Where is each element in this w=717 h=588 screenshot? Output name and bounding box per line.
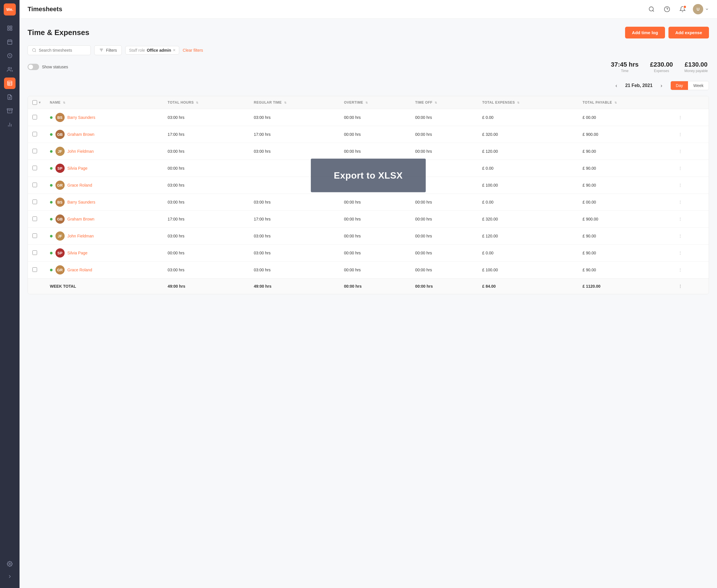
person-avatar: BS [56, 197, 65, 207]
row-total-hours: 03:00 hrs [163, 177, 249, 194]
prev-date-button[interactable]: ‹ [612, 81, 620, 90]
search-input[interactable] [39, 48, 86, 52]
row-more-cell: ⋮ [672, 160, 709, 177]
row-checkbox[interactable] [33, 267, 37, 272]
row-checkbox[interactable] [33, 183, 37, 187]
row-checkbox-cell[interactable] [28, 245, 45, 261]
add-expense-button[interactable]: Add expense [669, 27, 709, 39]
sidebar-logo[interactable]: We. [4, 3, 16, 16]
row-more-cell: ⋮ [672, 228, 709, 245]
row-checkbox-cell[interactable] [28, 126, 45, 143]
sidebar-item-reports[interactable] [4, 91, 16, 103]
row-checkbox[interactable] [33, 115, 37, 120]
row-checkbox-cell[interactable] [28, 261, 45, 278]
row-checkbox-cell[interactable] [28, 177, 45, 194]
person-name[interactable]: Barry Saunders [67, 200, 95, 205]
person-name[interactable]: Graham Brown [67, 132, 95, 136]
row-more-button[interactable]: ⋮ [676, 215, 684, 223]
row-total-hours: 03:00 hrs [163, 228, 249, 245]
sidebar-item-settings[interactable] [4, 558, 16, 570]
row-more-button[interactable]: ⋮ [676, 130, 684, 139]
row-checkbox[interactable] [33, 233, 37, 238]
person-avatar: GB [56, 130, 65, 139]
day-week-toggle: Day Week [671, 81, 709, 90]
table-row: GB Graham Brown 17:00 hrs 17:00 hrs 00:0… [28, 126, 709, 143]
row-more-button[interactable]: ⋮ [676, 164, 684, 172]
help-button[interactable] [662, 4, 672, 14]
sidebar-item-analytics[interactable] [4, 119, 16, 130]
person-name[interactable]: Graham Brown [67, 217, 95, 222]
clear-filters-button[interactable]: Clear filters [183, 48, 203, 52]
table-row: GR Grace Roland 03:00 hrs £ 100.00 £ 90.… [28, 177, 709, 194]
person-avatar: BS [56, 113, 65, 122]
row-checkbox[interactable] [33, 149, 37, 153]
row-more-button[interactable]: ⋮ [676, 147, 684, 155]
row-checkbox[interactable] [33, 132, 37, 136]
week-total-more-button[interactable]: ⋮ [676, 282, 684, 290]
filters-label: Filters [106, 48, 117, 52]
week-total-expenses: £ 84.00 [478, 278, 578, 294]
row-checkbox-cell[interactable] [28, 143, 45, 160]
row-checkbox-cell[interactable] [28, 228, 45, 245]
stats-row: 37:45 hrs Time £230.00 Expenses £130.00 … [611, 61, 709, 73]
page-header-actions: Add time log Add expense [625, 27, 709, 39]
row-more-button[interactable]: ⋮ [676, 181, 684, 189]
add-time-log-button[interactable]: Add time log [625, 27, 665, 39]
filters-button[interactable]: Filters [94, 45, 122, 55]
row-more-cell: ⋮ [672, 245, 709, 261]
week-toggle-button[interactable]: Week [688, 81, 709, 90]
row-checkbox-cell[interactable] [28, 109, 45, 126]
user-avatar-wrap[interactable]: U [693, 4, 709, 14]
col-name: NAME ⇅ [45, 96, 163, 109]
person-name[interactable]: John Fieldman [67, 234, 94, 238]
select-all-header: ▾ [28, 96, 45, 109]
person-name[interactable]: Grace Roland [67, 183, 92, 188]
sidebar-item-dashboard[interactable] [4, 22, 16, 34]
sidebar-item-people[interactable] [4, 64, 16, 75]
col-regular-time: REGULAR TIME ⇅ [249, 96, 340, 109]
person-name[interactable]: John Fieldman [67, 149, 94, 153]
sidebar-item-clock[interactable] [4, 50, 16, 61]
row-more-button[interactable]: ⋮ [676, 249, 684, 257]
row-checkbox[interactable] [33, 216, 37, 221]
row-time-off: 00:00 hrs [410, 143, 477, 160]
chevron-down-icon [705, 7, 709, 11]
person-name[interactable]: Silvia Page [67, 251, 88, 255]
stat-money-payable: £130.00 Money payable [684, 61, 708, 73]
row-checkbox[interactable] [33, 200, 37, 204]
svg-rect-3 [11, 29, 12, 30]
person-name[interactable]: Barry Saunders [67, 115, 95, 120]
person-name[interactable]: Silvia Page [67, 166, 88, 171]
date-nav: ‹ 21 Feb, 2021 › Day Week [27, 81, 709, 90]
row-more-button[interactable]: ⋮ [676, 113, 684, 122]
row-checkbox[interactable] [33, 166, 37, 170]
person-name[interactable]: Grace Roland [67, 268, 92, 272]
row-overtime: 00:00 hrs [339, 143, 410, 160]
select-all-checkbox[interactable] [33, 100, 37, 105]
row-more-button[interactable]: ⋮ [676, 232, 684, 240]
row-checkbox-cell[interactable] [28, 211, 45, 228]
row-checkbox-cell[interactable] [28, 160, 45, 177]
row-checkbox-cell[interactable] [28, 194, 45, 211]
chevron-down-icon[interactable]: ▾ [39, 101, 41, 105]
row-more-button[interactable]: ⋮ [676, 266, 684, 274]
next-date-button[interactable]: › [657, 81, 666, 90]
search-box[interactable] [27, 45, 91, 55]
search-button[interactable] [646, 4, 657, 14]
row-more-button[interactable]: ⋮ [676, 198, 684, 206]
row-time-off: 00:00 hrs [410, 245, 477, 261]
show-statuses-toggle[interactable] [27, 64, 39, 70]
week-total-payable: £ 1120.00 [578, 278, 672, 294]
row-regular-time: 17:00 hrs [249, 126, 340, 143]
person-avatar: SP [56, 164, 65, 173]
notification-button[interactable] [677, 4, 688, 14]
sidebar-item-archive[interactable] [4, 105, 16, 117]
day-toggle-button[interactable]: Day [671, 81, 688, 90]
svg-rect-2 [8, 29, 9, 30]
row-checkbox[interactable] [33, 250, 37, 255]
sidebar-item-calendar[interactable] [4, 36, 16, 48]
status-dot [50, 167, 53, 170]
sidebar-item-timesheets[interactable] [4, 78, 16, 89]
staff-role-remove-button[interactable]: × [173, 48, 176, 52]
sidebar-collapse-arrow[interactable] [4, 571, 16, 582]
